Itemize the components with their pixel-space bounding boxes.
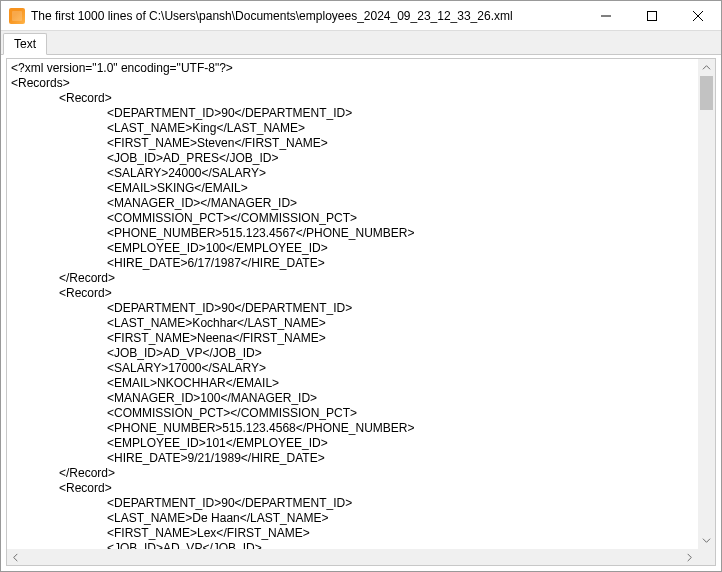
window-title: The first 1000 lines of C:\Users\pansh\D… [31,9,583,23]
tabstrip: Text [1,31,721,55]
scrollbar-track[interactable] [698,76,715,532]
xml-content[interactable]: <?xml version="1.0" encoding="UTF-8"?><R… [7,59,715,549]
tab-text[interactable]: Text [3,33,47,55]
scroll-left-arrow-icon[interactable] [7,549,24,565]
maximize-button[interactable] [629,1,675,31]
text-viewer: <?xml version="1.0" encoding="UTF-8"?><R… [6,58,716,566]
scrollbar-corner [698,549,715,565]
scroll-up-arrow-icon[interactable] [698,59,715,76]
app-icon [9,8,25,24]
minimize-button[interactable] [583,1,629,31]
vertical-scrollbar[interactable] [698,59,715,549]
close-button[interactable] [675,1,721,31]
svg-rect-1 [648,11,657,20]
scrollbar-thumb[interactable] [700,76,713,110]
scroll-down-arrow-icon[interactable] [698,532,715,549]
horizontal-scrollbar[interactable] [7,549,698,565]
scroll-right-arrow-icon[interactable] [681,549,698,565]
titlebar[interactable]: The first 1000 lines of C:\Users\pansh\D… [1,1,721,31]
